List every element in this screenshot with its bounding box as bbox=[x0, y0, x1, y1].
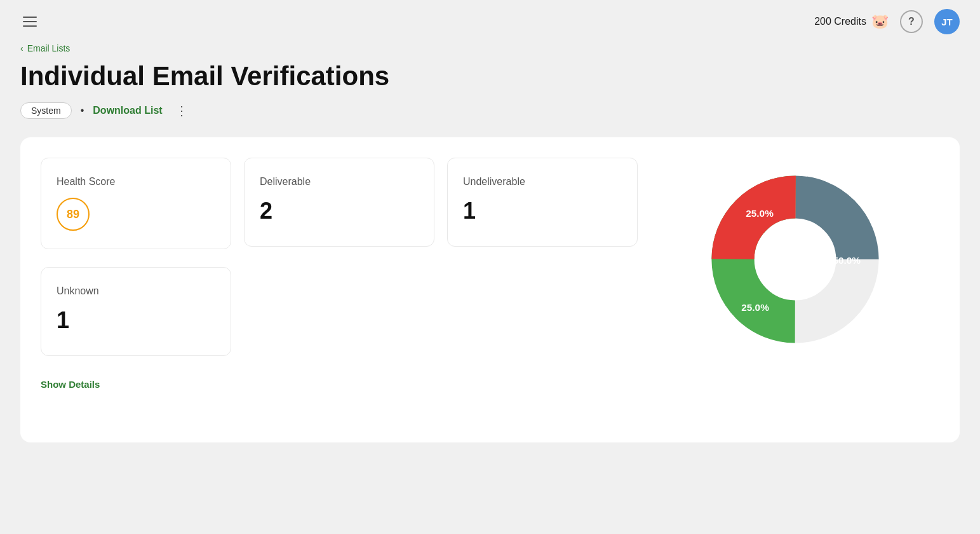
deliverable-card: Deliverable 2 bbox=[244, 158, 434, 247]
health-score-card: Health Score 89 bbox=[41, 158, 231, 249]
header: 200 Credits 🐷 ? JT bbox=[0, 0, 980, 43]
chart-label-unknown: 25.0% bbox=[746, 208, 774, 219]
unknown-card: Unknown 1 bbox=[41, 267, 231, 356]
breadcrumb-label: Email Lists bbox=[27, 43, 70, 53]
undeliverable-card: Undeliverable 1 bbox=[447, 158, 638, 247]
header-left bbox=[20, 14, 39, 29]
credits-display: 200 Credits 🐷 bbox=[814, 13, 889, 30]
deliverable-label: Deliverable bbox=[260, 176, 419, 188]
piggy-icon: 🐷 bbox=[871, 13, 889, 30]
unknown-label: Unknown bbox=[57, 285, 215, 297]
main-card: Health Score 89 Deliverable 2 Undelivera… bbox=[20, 137, 960, 442]
page-title: Individual Email Verifications bbox=[20, 61, 960, 92]
page-content: ‹ Email Lists Individual Email Verificat… bbox=[0, 43, 980, 463]
avatar[interactable]: JT bbox=[934, 9, 960, 34]
donut-svg: 50.0% 25.0% 25.0% bbox=[706, 170, 884, 348]
chart-area: 50.0% 25.0% 25.0% bbox=[650, 158, 939, 361]
help-icon: ? bbox=[908, 16, 915, 27]
breadcrumb[interactable]: ‹ Email Lists bbox=[20, 43, 960, 53]
deliverable-value: 2 bbox=[260, 198, 419, 224]
system-tag: System bbox=[20, 102, 72, 119]
unknown-value: 1 bbox=[57, 307, 215, 334]
donut-chart: 50.0% 25.0% 25.0% bbox=[706, 170, 884, 348]
health-score-badge: 89 bbox=[57, 198, 90, 231]
help-button[interactable]: ? bbox=[900, 10, 923, 33]
show-details-link[interactable]: Show Details bbox=[41, 374, 231, 390]
stats-grid: Health Score 89 Deliverable 2 Undelivera… bbox=[41, 158, 939, 390]
meta-dot: • bbox=[81, 105, 84, 116]
page-meta: System • Download List ⋮ bbox=[20, 102, 960, 120]
breadcrumb-arrow: ‹ bbox=[20, 43, 23, 53]
credits-label: 200 Credits bbox=[814, 16, 866, 27]
undeliverable-label: Undeliverable bbox=[463, 176, 622, 188]
health-score-label: Health Score bbox=[57, 176, 215, 188]
chart-label-undeliverable: 25.0% bbox=[741, 302, 769, 313]
more-options-button[interactable]: ⋮ bbox=[171, 102, 192, 120]
hamburger-menu[interactable] bbox=[20, 14, 39, 29]
donut-hole bbox=[755, 219, 835, 299]
download-list-link[interactable]: Download List bbox=[93, 105, 162, 116]
undeliverable-value: 1 bbox=[463, 198, 622, 224]
avatar-initials: JT bbox=[941, 17, 953, 27]
header-right: 200 Credits 🐷 ? JT bbox=[814, 9, 960, 34]
chart-label-deliverable: 50.0% bbox=[833, 255, 861, 266]
